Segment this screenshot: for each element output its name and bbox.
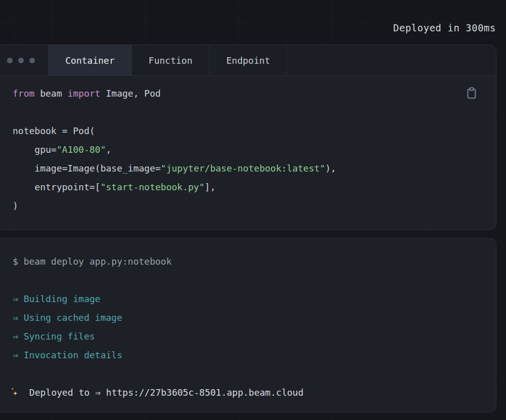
step-label: Using cached image bbox=[24, 312, 122, 323]
arrow-icon: ⇒ bbox=[13, 331, 24, 342]
window-dot-icon bbox=[18, 58, 24, 63]
clipboard-icon bbox=[467, 87, 477, 99]
arrow-icon: ⇒ bbox=[13, 350, 24, 360]
blank-line bbox=[13, 364, 483, 383]
code-line: image=Image(base_image="jupyter/base-not… bbox=[13, 159, 483, 178]
terminal-step-line: ⇒ Invocation details bbox=[13, 346, 483, 364]
code-window: Container Function Endpoint from beam im… bbox=[0, 45, 496, 230]
tab-container[interactable]: Container bbox=[48, 45, 132, 75]
window-controls bbox=[0, 45, 49, 75]
terminal-step-line: ⇒ Using cached image bbox=[13, 308, 483, 327]
code-lines: from beam import Image, Pod notebook = P… bbox=[13, 84, 483, 215]
terminal-output: $ beam deploy app.py:notebook ⇒ Building… bbox=[0, 238, 496, 402]
terminal-step-line: ⇒ Building image bbox=[13, 289, 483, 308]
arrow-icon: ⇒ bbox=[13, 312, 24, 323]
tab-function[interactable]: Function bbox=[132, 45, 210, 75]
tab-endpoint[interactable]: Endpoint bbox=[209, 45, 287, 75]
deploy-time-status: Deployed in 300ms bbox=[393, 22, 496, 33]
deployed-prefix: Deployed to bbox=[29, 387, 90, 398]
tab-bar: Container Function Endpoint bbox=[0, 45, 496, 76]
terminal-panel: $ beam deploy app.py:notebook ⇒ Building… bbox=[0, 238, 496, 412]
step-label: Invocation details bbox=[24, 350, 122, 360]
arrow-icon: ⇒ bbox=[13, 293, 24, 304]
code-line: entrypoint=["start-notebook.py"], bbox=[13, 178, 483, 196]
arrow-icon: ⇒ bbox=[95, 387, 101, 398]
terminal-steps: ⇒ Building image⇒ Using cached image⇒ Sy… bbox=[13, 289, 483, 364]
sparkles-icon: ✦✦ bbox=[13, 383, 24, 402]
code-line: from beam import Image, Pod bbox=[13, 84, 483, 103]
deployed-line: ✦✦ Deployed to ⇒ https://27b3605c-8501.a… bbox=[13, 383, 483, 402]
terminal-step-line: ⇒ Syncing files bbox=[13, 327, 483, 346]
terminal-command: $ beam deploy app.py:notebook bbox=[13, 252, 483, 271]
code-line: gpu="A100-80", bbox=[13, 140, 483, 159]
step-label: Syncing files bbox=[24, 331, 95, 342]
window-dot-icon bbox=[29, 58, 35, 63]
code-editor: from beam import Image, Pod notebook = P… bbox=[0, 76, 496, 215]
code-line: ) bbox=[13, 196, 483, 215]
window-dot-icon bbox=[7, 58, 13, 63]
deployed-url-link[interactable]: https://27b3605c-8501.app.beam.cloud bbox=[106, 387, 304, 398]
code-line: notebook = Pod( bbox=[13, 121, 483, 140]
step-label: Building image bbox=[24, 293, 101, 304]
blank-line bbox=[13, 271, 483, 289]
code-line bbox=[13, 103, 483, 121]
copy-code-button[interactable] bbox=[467, 87, 477, 99]
